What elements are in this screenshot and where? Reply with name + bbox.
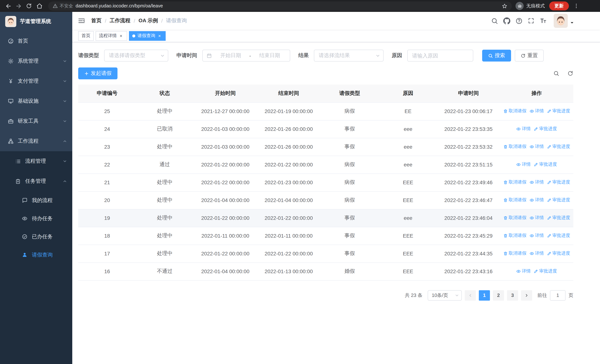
create-leave-button[interactable]: 发起请假 xyxy=(78,67,117,79)
action-progress-link[interactable]: 审批进度 xyxy=(534,161,557,168)
action-detail-link[interactable]: 详情 xyxy=(529,144,544,150)
browser-update-button[interactable]: 更新 xyxy=(549,1,569,10)
cell-applied: 2022-01-22 23:46:04 xyxy=(437,209,500,227)
action-progress-link[interactable]: 审批进度 xyxy=(534,268,557,274)
breadcrumb-item[interactable]: OA 示例 xyxy=(139,18,158,24)
browser-forward-icon[interactable] xyxy=(13,1,24,11)
toggle-search-icon[interactable] xyxy=(553,70,559,76)
action-progress-link[interactable]: 审批进度 xyxy=(547,215,570,221)
result-select[interactable]: 请选择流结果 xyxy=(314,50,384,62)
app-logo[interactable]: 芋道管理系统 xyxy=(0,12,72,31)
action-cancel-link[interactable]: 取消请假 xyxy=(503,108,526,114)
chevron-up-icon xyxy=(63,179,67,184)
help-icon[interactable] xyxy=(516,17,523,24)
breadcrumb-item[interactable]: 首页 xyxy=(91,18,102,24)
cell-status: 处理中 xyxy=(136,209,193,227)
bookmark-star-icon[interactable] xyxy=(502,3,507,9)
sidebar-item-task-management[interactable]: 任务管理 xyxy=(0,171,72,191)
sidebar-item-workflow[interactable]: 工作流程 xyxy=(0,131,72,151)
cell-start: 2022-01-11 00:00:00 xyxy=(193,227,257,245)
search-button[interactable]: 搜索 xyxy=(482,50,511,62)
action-cancel-link[interactable]: 取消请假 xyxy=(503,215,526,221)
caret-down-icon xyxy=(570,20,574,25)
action-detail-link[interactable]: 详情 xyxy=(529,108,544,114)
sidebar-item-my-process[interactable]: 我的流程 xyxy=(0,191,72,209)
action-detail-link[interactable]: 详情 xyxy=(516,161,531,168)
action-detail-link[interactable]: 详情 xyxy=(529,179,544,186)
table-body: 25处理中2021-12-27 00:00:002022-01-19 00:00… xyxy=(78,102,573,280)
action-detail-link[interactable]: 详情 xyxy=(529,233,544,239)
page-button-3[interactable]: 3 xyxy=(507,290,518,300)
action-detail-link[interactable]: 详情 xyxy=(516,126,531,132)
search-icon[interactable] xyxy=(491,17,498,24)
briefcase-icon xyxy=(7,118,14,124)
active-tab-dot xyxy=(132,34,135,37)
sidebar-item-leave-query[interactable]: 请假查询 xyxy=(0,246,72,264)
sidebar-item-todo-tasks[interactable]: 待办任务 xyxy=(0,209,72,228)
refresh-table-icon[interactable] xyxy=(567,70,573,76)
chevron-right-icon xyxy=(525,293,529,298)
leave-type-label: 请假类型 xyxy=(78,52,99,59)
action-cancel-link[interactable]: 取消请假 xyxy=(503,144,526,150)
action-cancel-link[interactable]: 取消请假 xyxy=(503,197,526,203)
sidebar-item-home[interactable]: 首页 xyxy=(0,31,72,51)
browser-reload-icon[interactable] xyxy=(24,1,34,11)
cell-actions: 详情审批进度 xyxy=(500,156,573,173)
sidebar-item-infrastructure[interactable]: 基础设施 xyxy=(0,91,72,111)
next-page-button[interactable] xyxy=(521,290,532,300)
tab-leave-query[interactable]: 请假查询 xyxy=(129,31,166,41)
tab-process-detail[interactable]: 流程详情 xyxy=(96,31,127,41)
action-detail-link[interactable]: 详情 xyxy=(529,250,544,257)
action-progress-link[interactable]: 审批进度 xyxy=(547,250,570,257)
action-cancel-link[interactable]: 取消请假 xyxy=(503,233,526,239)
tab-home[interactable]: 首页 xyxy=(78,31,94,41)
action-progress-link[interactable]: 审批进度 xyxy=(547,179,570,186)
sidebar-item-payment-management[interactable]: 支付管理 xyxy=(0,71,72,91)
breadcrumb-item[interactable]: 工作流程 xyxy=(110,18,131,24)
cell-start: 2022-01-22 00:00:00 xyxy=(193,209,257,227)
sidebar-item-dev-tools[interactable]: 研发工具 xyxy=(0,111,72,131)
apply-time-range-picker[interactable]: 开始日期 - 结束日期 xyxy=(202,50,290,62)
font-size-icon[interactable] xyxy=(540,17,547,24)
action-detail-link[interactable]: 详情 xyxy=(529,197,544,203)
page-button-1[interactable]: 1 xyxy=(479,290,490,300)
table-row: 17处理中2022-01-22 00:00:002022-01-22 00:00… xyxy=(78,245,573,262)
sidebar-item-done-tasks[interactable]: 已办任务 xyxy=(0,228,72,246)
edit-icon xyxy=(547,180,551,185)
sidebar-item-system-management[interactable]: 系统管理 xyxy=(0,51,72,71)
action-cancel-link[interactable]: 取消请假 xyxy=(503,250,526,257)
action-progress-link[interactable]: 审批进度 xyxy=(547,108,570,114)
goto-page-input[interactable] xyxy=(550,290,565,300)
cell-applied: 2022-01-22 23:46:47 xyxy=(437,191,500,209)
chevron-down-icon xyxy=(63,159,67,163)
prev-page-button[interactable] xyxy=(465,290,476,300)
table-row: 16不通过2022-01-04 00:00:002022-01-13 00:00… xyxy=(78,262,573,280)
browser-home-icon[interactable] xyxy=(34,1,45,11)
leave-type-select[interactable]: 请选择请假类型 xyxy=(104,50,168,62)
reason-input[interactable] xyxy=(407,50,473,62)
github-icon[interactable] xyxy=(503,17,510,24)
browser-back-icon[interactable] xyxy=(3,1,13,11)
cell-start: 2022-01-22 00:00:00 xyxy=(193,173,257,191)
action-progress-link[interactable]: 审批进度 xyxy=(547,233,570,239)
hamburger-icon[interactable] xyxy=(78,17,85,24)
column-header: 请假类型 xyxy=(320,84,379,102)
reset-button[interactable]: 重置 xyxy=(515,50,544,62)
close-tab-icon[interactable] xyxy=(118,33,124,38)
page-size-select[interactable]: 10条/页 xyxy=(428,290,462,300)
close-tab-icon[interactable] xyxy=(157,33,162,38)
action-detail-link[interactable]: 详情 xyxy=(529,215,544,221)
action-progress-link[interactable]: 审批进度 xyxy=(547,197,570,203)
action-cancel-link[interactable]: 取消请假 xyxy=(503,179,526,186)
view-icon xyxy=(529,180,534,185)
user-menu[interactable] xyxy=(554,14,574,28)
fullscreen-icon[interactable] xyxy=(528,18,534,24)
action-progress-link[interactable]: 审批进度 xyxy=(534,126,557,132)
page-button-2[interactable]: 2 xyxy=(493,290,504,300)
action-detail-link[interactable]: 详情 xyxy=(516,268,531,274)
browser-menu-icon[interactable] xyxy=(573,3,579,9)
action-progress-link[interactable]: 审批进度 xyxy=(547,144,570,150)
view-icon xyxy=(529,198,534,202)
sidebar-item-process-management[interactable]: 流程管理 xyxy=(0,151,72,171)
url-bar[interactable]: 不安全 dashboard.yudao.iocoder.cn/bpm/oa/le… xyxy=(48,1,512,10)
